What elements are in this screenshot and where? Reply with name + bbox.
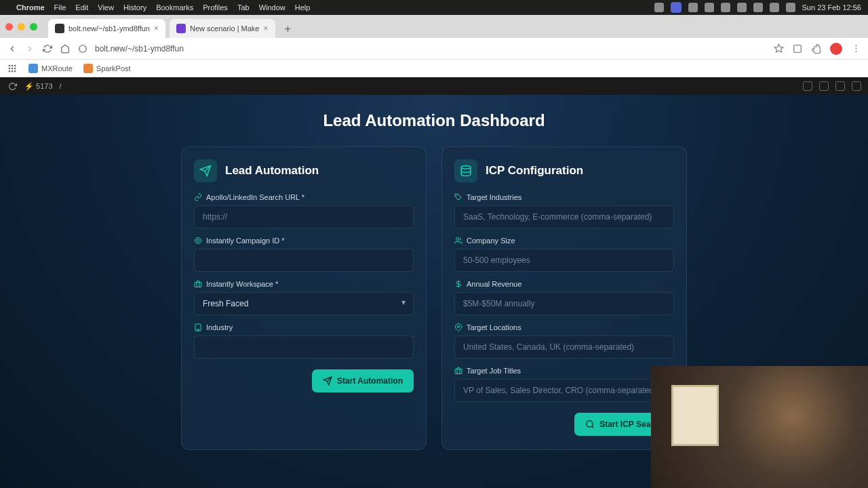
company-size-input[interactable]	[454, 249, 674, 272]
close-window-button[interactable]	[5, 23, 13, 30]
site-info-icon[interactable]	[77, 43, 88, 54]
tab-title: bolt.new/~/sb1-ymd8ffun	[68, 24, 150, 33]
menu-tab[interactable]: Tab	[237, 3, 250, 12]
bookmark-label: MXRoute	[41, 64, 73, 73]
browser-tab[interactable]: New scenario | Make ×	[170, 19, 275, 38]
chrome-menu-icon[interactable]	[850, 43, 861, 54]
target-industries-input[interactable]	[454, 205, 674, 228]
svg-point-21	[456, 238, 459, 241]
browser-tabbar: bolt.new/~/sb1-ymd8ffun × New scenario |…	[0, 15, 868, 38]
bookmark-item[interactable]: MXRoute	[28, 64, 73, 73]
database-icon	[454, 159, 477, 182]
target-icon	[194, 237, 202, 245]
svg-marker-1	[774, 44, 783, 52]
whiteboard-prop	[671, 385, 719, 446]
preview-path[interactable]: /	[60, 82, 62, 90]
favicon-icon	[55, 24, 64, 33]
menubar-app-icon[interactable]	[671, 2, 682, 13]
svg-point-4	[855, 48, 856, 49]
menu-profiles[interactable]: Profiles	[203, 3, 228, 12]
extensions-menu-icon[interactable]	[811, 43, 822, 54]
icp-config-card: ICP Configuration Target Industries Comp…	[441, 146, 687, 450]
svg-rect-13	[12, 70, 13, 71]
menubar-status-icon[interactable]	[654, 3, 664, 12]
map-pin-icon	[454, 323, 462, 331]
field-label: Target Job Titles	[467, 367, 521, 375]
menu-bookmarks[interactable]: Bookmarks	[156, 3, 193, 12]
close-tab-icon[interactable]: ×	[154, 24, 159, 33]
extension-icon[interactable]	[792, 43, 803, 54]
menu-history[interactable]: History	[123, 3, 146, 12]
target-job-titles-input[interactable]	[454, 379, 674, 402]
preview-tool-icon[interactable]	[803, 81, 812, 91]
menu-file[interactable]: File	[54, 3, 66, 12]
card-title: Lead Automation	[225, 164, 319, 178]
svg-rect-8	[14, 64, 16, 66]
svg-rect-10	[12, 67, 13, 68]
menubar-battery-icon[interactable]	[770, 3, 779, 12]
preview-tool-icon[interactable]	[835, 81, 845, 91]
menu-window[interactable]: Window	[259, 3, 285, 12]
bookmarks-bar: MXRoute SparkPost	[0, 60, 868, 77]
target-locations-input[interactable]	[454, 336, 674, 359]
briefcase-icon	[194, 280, 202, 288]
webcam-overlay	[651, 366, 868, 488]
menubar-wifi-icon[interactable]	[753, 3, 763, 12]
field-label: Annual Revenue	[467, 280, 521, 288]
svg-rect-7	[12, 64, 13, 66]
menubar-status-icon[interactable]	[705, 3, 714, 12]
menubar-clock[interactable]: Sun 23 Feb 12:56	[802, 3, 861, 12]
svg-point-0	[79, 45, 87, 52]
preview-port: ⚡ 5173	[24, 82, 53, 91]
industry-input[interactable]	[194, 336, 414, 359]
home-button[interactable]	[60, 43, 71, 54]
search-url-input[interactable]	[194, 205, 414, 228]
menu-edit[interactable]: Edit	[75, 3, 88, 12]
menubar-status-icon[interactable]	[737, 3, 747, 12]
back-button[interactable]	[7, 43, 18, 54]
svg-rect-17	[195, 283, 201, 287]
svg-rect-11	[14, 67, 16, 68]
reload-button[interactable]	[42, 43, 53, 54]
apps-icon[interactable]	[7, 63, 18, 74]
menubar-control-icon[interactable]	[786, 3, 795, 12]
svg-rect-12	[9, 70, 10, 71]
svg-rect-2	[794, 45, 802, 52]
workspace-select[interactable]: Fresh Faced	[194, 292, 414, 315]
field-label: Company Size	[467, 237, 515, 245]
svg-rect-6	[9, 64, 10, 66]
macos-menubar: Chrome File Edit View History Bookmarks …	[0, 0, 868, 15]
menubar-status-icon[interactable]	[721, 3, 730, 12]
send-icon	[194, 159, 217, 182]
bookmark-star-icon[interactable]	[773, 43, 784, 54]
bookmark-item[interactable]: SparkPost	[83, 64, 131, 73]
reload-preview-icon[interactable]	[7, 81, 18, 92]
forward-button[interactable]	[24, 43, 35, 54]
menu-view[interactable]: View	[98, 3, 114, 12]
browser-tab-active[interactable]: bolt.new/~/sb1-ymd8ffun ×	[48, 19, 165, 38]
svg-point-15	[195, 238, 201, 244]
menubar-app[interactable]: Chrome	[16, 3, 45, 12]
profile-avatar[interactable]	[830, 43, 842, 55]
users-icon	[454, 237, 462, 245]
annual-revenue-input[interactable]	[454, 292, 674, 315]
campaign-id-input[interactable]	[194, 249, 414, 272]
address-url[interactable]: bolt.new/~/sb1-ymd8ffun	[95, 44, 184, 54]
svg-rect-14	[14, 70, 16, 71]
tag-icon	[454, 193, 462, 201]
maximize-window-button[interactable]	[30, 23, 37, 30]
button-label: Start Automation	[337, 376, 403, 386]
menubar-status-icon[interactable]	[688, 3, 698, 12]
browser-address-bar: bolt.new/~/sb1-ymd8ffun	[0, 38, 868, 60]
lead-automation-card: Lead Automation Apollo/LinkedIn Search U…	[181, 146, 427, 450]
new-tab-button[interactable]: +	[279, 20, 297, 38]
menu-help[interactable]: Help	[295, 3, 311, 12]
start-automation-button[interactable]: Start Automation	[312, 369, 414, 392]
close-tab-icon[interactable]: ×	[263, 24, 268, 33]
bookmark-favicon-icon	[28, 64, 38, 73]
preview-tool-icon[interactable]	[819, 81, 829, 91]
preview-tool-icon[interactable]	[852, 81, 861, 91]
svg-point-3	[855, 45, 856, 46]
bookmark-label: SparkPost	[96, 64, 131, 73]
minimize-window-button[interactable]	[18, 23, 25, 30]
